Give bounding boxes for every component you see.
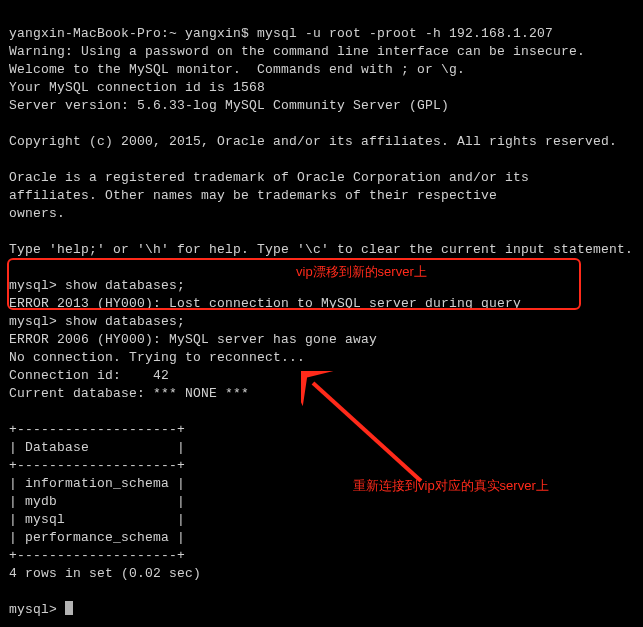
- cursor-icon: [65, 601, 73, 615]
- line: Current database: *** NONE ***: [9, 386, 249, 401]
- line: Copyright (c) 2000, 2015, Oracle and/or …: [9, 134, 617, 149]
- line: yangxin-MacBook-Pro:~ yangxin$ mysql -u …: [9, 26, 553, 41]
- terminal-screenshot: yangxin-MacBook-Pro:~ yangxin$ mysql -u …: [0, 0, 643, 627]
- line: | performance_schema |: [9, 530, 185, 545]
- line: +--------------------+: [9, 548, 185, 563]
- line: mysql> show databases;: [9, 278, 185, 293]
- mysql-prompt[interactable]: mysql>: [9, 602, 73, 617]
- line: Connection id: 42: [9, 368, 169, 383]
- line: Warning: Using a password on the command…: [9, 44, 585, 59]
- prompt-text: mysql>: [9, 602, 65, 617]
- line: Oracle is a registered trademark of Orac…: [9, 170, 529, 185]
- line: ERROR 2013 (HY000): Lost connection to M…: [9, 296, 521, 311]
- line: 4 rows in set (0.02 sec): [9, 566, 201, 581]
- line: Your MySQL connection id is 1568: [9, 80, 265, 95]
- line: Welcome to the MySQL monitor. Commands e…: [9, 62, 465, 77]
- line: +--------------------+: [9, 422, 185, 437]
- line: | Database |: [9, 440, 185, 455]
- line: | information_schema |: [9, 476, 185, 491]
- line: +--------------------+: [9, 458, 185, 473]
- line: No connection. Trying to reconnect...: [9, 350, 305, 365]
- line: ERROR 2006 (HY000): MySQL server has gon…: [9, 332, 377, 347]
- line: Server version: 5.6.33-log MySQL Communi…: [9, 98, 449, 113]
- line: owners.: [9, 206, 65, 221]
- line: | mydb |: [9, 494, 185, 509]
- line: | mysql |: [9, 512, 185, 527]
- line: Type 'help;' or '\h' for help. Type '\c'…: [9, 242, 633, 257]
- line: mysql> show databases;: [9, 314, 185, 329]
- terminal-output: yangxin-MacBook-Pro:~ yangxin$ mysql -u …: [1, 1, 642, 627]
- line: affiliates. Other names may be trademark…: [9, 188, 497, 203]
